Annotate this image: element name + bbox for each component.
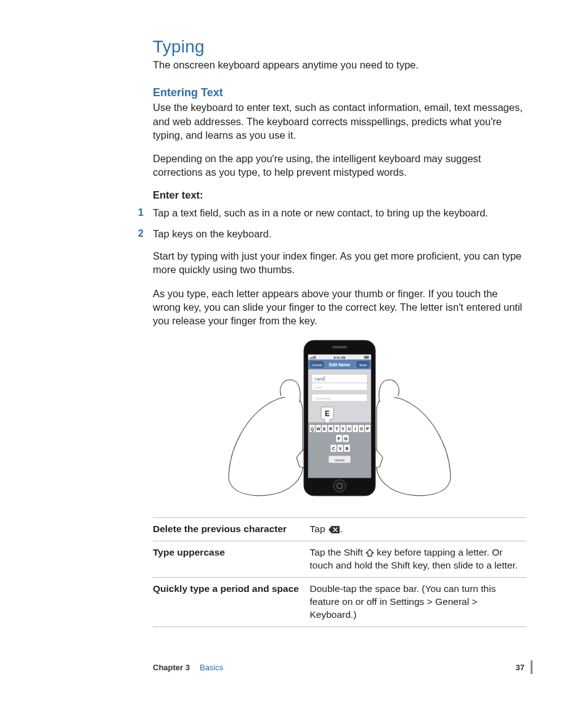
illustration-wrap: 9:41 AM Cancel Edit Name Save Lanc [153,337,526,506]
svg-text:Q: Q [311,427,314,432]
step-item: 1 Tap a text field, such as in a note or… [153,206,526,220]
phone-keyboard: QWERTYUIOP F G C V B space [308,422,371,478]
svg-rect-21 [325,418,330,421]
nav-save-button: Save [359,363,367,367]
row-desc: Tap . [310,518,526,541]
footer-chapter-name: Basics [200,663,223,672]
svg-rect-2 [332,346,347,348]
status-time: 9:41 AM [334,356,346,359]
svg-text:W: W [316,427,321,431]
field-company: Company [315,396,331,400]
svg-text:C: C [332,446,335,451]
svg-text:U: U [348,427,351,431]
steps-label: Enter text: [153,189,526,201]
step-number: 2 [138,227,144,240]
section-title: Typing [153,37,526,57]
svg-text:V: V [339,446,342,451]
subsection-p1: Use the keyboard to enter text, such as … [153,101,526,142]
table-row: Quickly type a period and space Double-t… [153,578,526,627]
step-item: 2 Tap keys on the keyboard. [153,227,526,240]
phone-nav-bar: Cancel Edit Name Save [308,359,371,369]
svg-text:P: P [366,427,369,431]
footer-chapter-label: Chapter 3 [153,663,190,672]
field-first: Lanc [315,377,324,381]
delete-icon [328,525,340,534]
table-row: Type uppercase Tap the Shift key before … [153,541,526,578]
phone-typing-illustration: 9:41 AM Cancel Edit Name Save Lanc [223,337,457,504]
svg-text:F: F [338,437,341,441]
feature-table: Delete the previous character Tap . Type… [153,517,526,627]
step-number: 1 [138,206,144,220]
step-followup-1: Start by typing with just your index fin… [153,249,526,277]
svg-text:Y: Y [341,427,345,431]
svg-point-3 [333,480,346,492]
manual-page: Typing The onscreen keyboard appears any… [0,0,588,706]
svg-text:E: E [323,427,326,431]
section-lead: The onscreen keyboard appears anytime yo… [153,58,526,72]
svg-text:T: T [336,427,338,431]
svg-text:G: G [344,437,348,441]
row-label: Quickly type a period and space [153,578,310,627]
row-desc: Tap the Shift key before tapping a lette… [310,541,526,578]
subsection-p2: Depending on the app you're using, the i… [153,152,526,179]
footer-page-number: 37 [516,663,531,672]
subsection-title: Entering Text [153,86,526,99]
phone-form: Lanc Last Company [312,374,367,401]
step-text: Tap keys on the keyboard. [153,228,272,239]
svg-rect-9 [315,356,316,359]
svg-rect-11 [369,357,369,358]
row-label: Delete the previous character [153,518,310,541]
table-row: Delete the previous character Tap . [153,518,526,541]
step-text: Tap a text field, such as in a note or n… [153,207,488,218]
steps-list: 1 Tap a text field, such as in a note or… [153,206,526,241]
nav-title: Edit Name [329,363,350,367]
popup-letter: E [325,409,330,418]
step-followup-2: As you type, each letter appears above y… [153,287,526,328]
svg-rect-7 [312,357,313,359]
field-last: Last [315,385,322,389]
phone-status-bar: 9:41 AM [308,355,371,359]
space-key: space [335,458,345,462]
svg-rect-12 [365,357,369,359]
page-footer: Chapter 3 Basics 37 [153,660,533,674]
shift-icon [365,549,374,557]
row-label: Type uppercase [153,541,310,578]
row-desc: Double-tap the space bar. (You can turn … [310,578,526,627]
svg-text:B: B [345,446,348,451]
svg-rect-6 [310,358,311,359]
svg-rect-8 [313,356,314,359]
svg-text:I: I [355,427,356,431]
svg-text:O: O [360,427,363,431]
nav-cancel-button: Cancel [311,363,322,367]
svg-text:R: R [329,427,332,431]
